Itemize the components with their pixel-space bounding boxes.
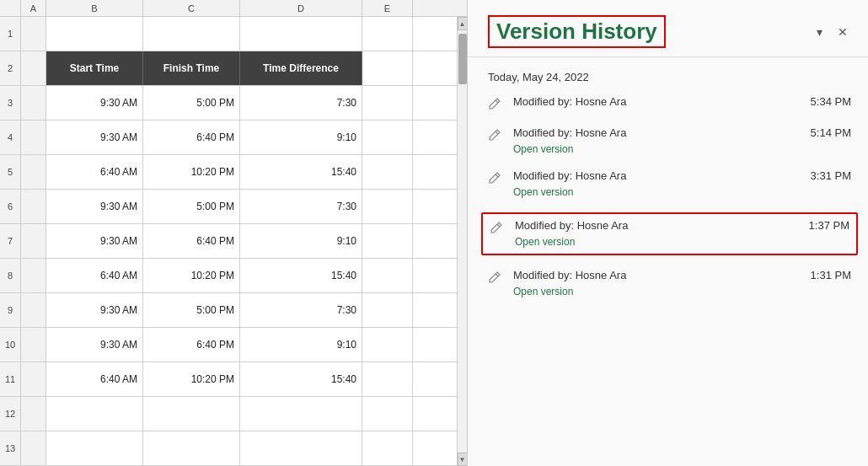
cell-4-a[interactable] xyxy=(21,121,46,154)
cell-4-c[interactable]: 6:40 PM xyxy=(143,121,240,154)
table-row: 3 9:30 AM 5:00 PM 7:30 xyxy=(0,86,457,121)
cell-2-d[interactable]: Time Difference xyxy=(240,51,362,85)
cell-8-d[interactable]: 15:40 xyxy=(240,259,362,292)
cell-10-c[interactable]: 6:40 PM xyxy=(143,328,240,362)
table-row: 11 6:40 AM 10:20 PM 15:40 xyxy=(0,362,457,397)
cell-3-b[interactable]: 9:30 AM xyxy=(46,86,143,120)
cell-4-d[interactable]: 9:10 xyxy=(240,121,362,154)
cell-13-e[interactable] xyxy=(362,431,413,465)
cell-11-e[interactable] xyxy=(362,362,413,396)
cell-11-b[interactable]: 6:40 AM xyxy=(46,362,143,396)
cell-7-e[interactable] xyxy=(362,224,413,258)
cell-13-b[interactable] xyxy=(46,431,143,465)
col-header-e: E xyxy=(362,0,413,16)
cell-1-d[interactable] xyxy=(240,17,362,51)
cell-3-e[interactable] xyxy=(362,86,413,120)
cell-12-b[interactable] xyxy=(46,397,143,431)
cell-4-e[interactable] xyxy=(362,121,413,154)
cell-13-a[interactable] xyxy=(21,431,46,465)
cell-1-e[interactable] xyxy=(362,17,413,51)
cell-9-c[interactable]: 5:00 PM xyxy=(143,293,240,327)
cell-8-a[interactable] xyxy=(21,259,46,292)
column-header-row: A B C D E xyxy=(0,0,467,17)
row-num: 5 xyxy=(0,155,21,189)
cell-12-e[interactable] xyxy=(362,397,413,431)
cell-3-c[interactable]: 5:00 PM xyxy=(143,86,240,120)
cell-6-e[interactable] xyxy=(362,190,413,223)
cell-4-b[interactable]: 9:30 AM xyxy=(46,121,143,154)
scroll-thumb[interactable] xyxy=(458,34,467,84)
cell-13-d[interactable] xyxy=(240,431,362,465)
cell-13-c[interactable] xyxy=(143,431,240,465)
cell-3-d[interactable]: 7:30 xyxy=(240,86,362,120)
cell-1-a[interactable] xyxy=(21,17,46,51)
cell-9-e[interactable] xyxy=(362,293,413,327)
scroll-up-button[interactable]: ▲ xyxy=(458,17,468,30)
open-version-link-4[interactable]: Open version xyxy=(513,286,573,297)
panel-close-button[interactable]: ✕ xyxy=(834,24,851,40)
cell-8-b[interactable]: 6:40 AM xyxy=(46,259,143,292)
row-num: 8 xyxy=(0,259,21,292)
cell-7-d[interactable]: 9:10 xyxy=(240,224,362,258)
version-entry-2: Modified by: Hosne Ara Open version 3:31… xyxy=(488,169,851,199)
cell-2-e[interactable] xyxy=(362,51,413,85)
table-row: 8 6:40 AM 10:20 PM 15:40 xyxy=(0,259,457,293)
cell-5-e[interactable] xyxy=(362,155,413,189)
cell-9-d[interactable]: 7:30 xyxy=(240,293,362,327)
table-row: 7 9:30 AM 6:40 PM 9:10 xyxy=(0,224,457,259)
modified-by-4: Modified by: Hosne Ara xyxy=(513,269,809,281)
cell-12-a[interactable] xyxy=(21,397,46,431)
edit-icon-1 xyxy=(488,128,505,144)
cell-6-c[interactable]: 5:00 PM xyxy=(143,190,240,223)
cell-10-e[interactable] xyxy=(362,328,413,362)
cell-11-a[interactable] xyxy=(21,362,46,396)
panel-dropdown-button[interactable]: ▾ xyxy=(813,24,826,40)
modified-by-0: Modified by: Hosne Ara xyxy=(513,95,809,108)
cell-6-b[interactable]: 9:30 AM xyxy=(46,190,143,223)
scrollbar[interactable]: ▲ ▼ xyxy=(457,17,467,466)
scroll-down-button[interactable]: ▼ xyxy=(458,453,468,466)
cell-11-d[interactable]: 15:40 xyxy=(240,362,362,396)
spreadsheet-main: 1 2 Start Time Finish Time Time Differen… xyxy=(0,17,467,466)
cell-9-b[interactable]: 9:30 AM xyxy=(46,293,143,327)
cell-2-b[interactable]: Start Time xyxy=(46,51,143,85)
cell-8-e[interactable] xyxy=(362,259,413,292)
cell-1-b[interactable] xyxy=(46,17,143,51)
row-num: 12 xyxy=(0,397,21,431)
open-version-link-2[interactable]: Open version xyxy=(513,186,573,198)
open-version-link-1[interactable]: Open version xyxy=(513,143,573,155)
version-info-0: Modified by: Hosne Ara xyxy=(513,95,809,110)
cell-9-a[interactable] xyxy=(21,293,46,327)
cell-6-a[interactable] xyxy=(21,190,46,223)
cell-10-a[interactable] xyxy=(21,328,46,362)
cell-10-d[interactable]: 9:10 xyxy=(240,328,362,362)
version-entry-1: Modified by: Hosne Ara Open version 5:14… xyxy=(488,126,851,156)
cell-8-c[interactable]: 10:20 PM xyxy=(143,259,240,292)
cell-5-d[interactable]: 15:40 xyxy=(240,155,362,189)
cell-11-c[interactable]: 10:20 PM xyxy=(143,362,240,396)
cell-12-c[interactable] xyxy=(143,397,240,431)
cell-6-d[interactable]: 7:30 xyxy=(240,190,362,223)
cell-10-b[interactable]: 9:30 AM xyxy=(46,328,143,362)
version-info-3: Modified by: Hosne Ara Open version xyxy=(515,219,807,249)
cell-5-b[interactable]: 6:40 AM xyxy=(46,155,143,189)
cell-3-a[interactable] xyxy=(21,86,46,120)
cell-7-c[interactable]: 6:40 PM xyxy=(143,224,240,258)
row-num: 3 xyxy=(0,86,21,120)
panel-controls: ▾ ✕ xyxy=(813,24,851,40)
open-version-link-3[interactable]: Open version xyxy=(515,236,575,248)
cell-2-c[interactable]: Finish Time xyxy=(143,51,240,85)
cell-1-c[interactable] xyxy=(143,17,240,51)
table-row: 1 xyxy=(0,17,457,51)
cell-12-d[interactable] xyxy=(240,397,362,431)
cell-7-b[interactable]: 9:30 AM xyxy=(46,224,143,258)
cell-2-a[interactable] xyxy=(21,51,46,85)
cell-5-a[interactable] xyxy=(21,155,46,189)
grid-body: 1 2 Start Time Finish Time Time Differen… xyxy=(0,17,457,466)
cell-7-a[interactable] xyxy=(21,224,46,258)
col-header-a: A xyxy=(21,0,46,16)
panel-header: Version History ▾ ✕ xyxy=(468,0,868,57)
row-num: 11 xyxy=(0,362,21,396)
modified-by-3: Modified by: Hosne Ara xyxy=(515,219,807,232)
cell-5-c[interactable]: 10:20 PM xyxy=(143,155,240,189)
